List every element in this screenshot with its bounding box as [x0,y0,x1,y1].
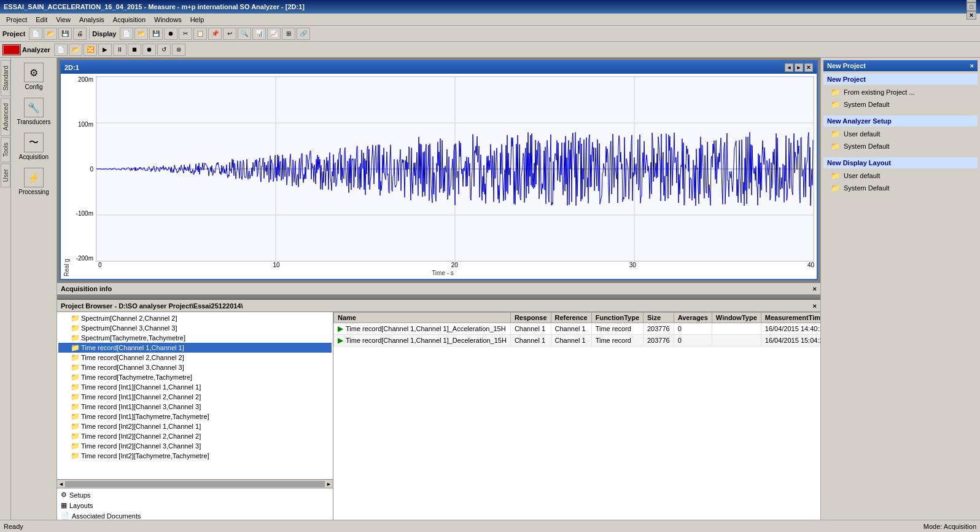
menu-edit[interactable]: Edit [32,15,51,25]
transducers-button[interactable]: 🔧 Transducers [12,95,55,128]
new-project-close[interactable]: × [970,62,974,69]
tree-item-0[interactable]: 📁Spectrum[Channel 2,Channel 2] [58,313,332,323]
sidebar-tab-tools[interactable]: Tools [1,137,10,162]
folder-icon-4: 📁 [831,142,840,151]
tree-item-12[interactable]: 📁Time record [Int2][Channel 2,Channel 2] [58,431,332,441]
table-row-1[interactable]: ▶Time record[Channel 1,Channel 1]_Decele… [334,335,821,346]
col-measurementtime[interactable]: MeasurementTime [761,313,820,323]
ana-pause[interactable]: ⏸ [113,44,126,56]
folder-icon-tree-5: 📁 [71,363,80,372]
tree-item-9[interactable]: 📁Time record [Int1][Channel 3,Channel 3] [58,402,332,412]
tree-item-4[interactable]: 📁Time record[Channel 2,Channel 2] [58,353,332,362]
tree-item-13[interactable]: 📁Time record [Int2][Channel 3,Channel 3] [58,441,332,451]
analyzer-toolbar-label: Analyzer [22,46,50,53]
tree-item-14[interactable]: 📁Time record [Int2][Tachymetre,Tachymetr… [58,451,332,461]
disp-8[interactable]: ⊞ [282,28,295,40]
new-btn[interactable]: 📄 [29,28,42,40]
chart-xlabel: Time - s [71,268,814,276]
tree-item-11[interactable]: 📁Time record [Int2][Channel 1,Channel 1] [58,421,332,431]
system-default-2[interactable]: 📁 System Default [823,140,978,152]
chart-close-btn[interactable]: ✕ [804,63,813,72]
close-button[interactable]: ✕ [966,11,976,20]
tree-item-10[interactable]: 📁Time record [Int1][Tachymetre,Tachymetr… [58,412,332,421]
disp-7[interactable]: 📈 [267,28,281,40]
disp-rec[interactable]: ⏺ [164,28,177,40]
acq-close-btn[interactable]: × [813,285,817,292]
ana-3[interactable]: 🔀 [84,44,97,56]
disp-6[interactable]: 📊 [252,28,266,40]
disp-copy[interactable]: 📋 [193,28,207,40]
processing-button[interactable]: ⚡ Processing [12,165,55,198]
sidebar-tab-standard[interactable]: Standard [1,60,10,96]
table-row-0[interactable]: ▶Time record[Channel 1,Channel 1]_Accele… [334,323,821,335]
chart-next-btn[interactable]: ► [795,63,803,72]
pb-close-btn[interactable]: × [813,302,817,310]
col-size[interactable]: Size [644,313,674,323]
user-default-2[interactable]: 📁 User default [823,128,978,140]
disp-5[interactable]: 🔍 [238,28,251,40]
ana-open[interactable]: 📂 [69,44,82,56]
disp-undo[interactable]: ↩ [223,28,236,40]
system-default-3[interactable]: 📁 System Default [823,182,978,194]
disp-9[interactable]: 🔗 [297,28,310,40]
disp-paste[interactable]: 📌 [208,28,222,40]
chart-canvas-area[interactable] [96,76,814,262]
tree-item-7[interactable]: 📁Time record [Int1][Channel 1,Channel 1] [58,382,332,392]
user-default-3[interactable]: 📁 User default [823,170,978,182]
folder-icon-tree-13: 📁 [71,442,80,450]
tree-item-8[interactable]: 📁Time record [Int1][Channel 2,Channel 2] [58,392,332,402]
ana-new[interactable]: 📄 [54,44,68,56]
tree-item-2[interactable]: 📁Spectrum[Tachymetre,Tachymetre] [58,333,332,343]
title-controls: ─ □ ✕ [966,0,976,20]
acquisition-button[interactable]: 〜 Acquisition [12,130,55,163]
display-toolbar-label: Display [92,30,116,37]
hscroll-right[interactable]: ► [326,481,332,487]
open-btn[interactable]: 📂 [44,28,57,40]
menu-analysis[interactable]: Analysis [76,15,108,25]
save-btn[interactable]: 💾 [58,28,72,40]
folder-icon-2: 📁 [831,100,840,109]
cell-functiontype-0: Time record [591,323,643,335]
col-reference[interactable]: Reference [551,313,591,323]
setups-item[interactable]: ⚙ Setups [58,490,332,500]
print-btn[interactable]: 🖨 [73,28,87,40]
tree-label-2: Spectrum[Tachymetre,Tachymetre] [81,334,185,342]
ana-play[interactable]: ▶ [98,44,112,56]
col-functiontype[interactable]: FunctionType [591,313,643,323]
col-response[interactable]: Response [510,313,551,323]
menu-windows[interactable]: Windows [150,15,185,25]
acquisition-icon: 〜 [24,133,44,152]
chart-prev-btn[interactable]: ◄ [785,63,793,72]
menu-help[interactable]: Help [187,15,208,25]
menu-view[interactable]: View [52,15,74,25]
menu-project[interactable]: Project [2,15,31,25]
sidebar-tab-user[interactable]: User [1,163,10,187]
config-button[interactable]: ⚙ Config [12,60,55,93]
disp-open[interactable]: 📂 [134,28,148,40]
tree-item-1[interactable]: 📁Spectrum[Channel 3,Channel 3] [58,323,332,333]
folder-icon-tree-14: 📁 [71,452,80,460]
transducers-label: Transducers [17,119,50,125]
ana-refresh[interactable]: ↺ [157,44,171,56]
folder-icon-5: 📁 [831,171,840,180]
tree-item-3[interactable]: 📁Time record[Channel 1,Channel 1] [58,343,332,353]
system-default-1[interactable]: 📁 System Default [823,98,978,111]
layouts-item[interactable]: ▦ Layouts [58,500,332,510]
from-existing-project[interactable]: 📁 From existing Project ... [823,86,978,98]
tree-item-6[interactable]: 📁Time record[Tachymetre,Tachymetre] [58,372,332,382]
menu-acquisition[interactable]: Acquisition [109,15,149,25]
ana-9[interactable]: ⊛ [172,44,185,56]
tree-item-5[interactable]: 📁Time record[Channel 3,Channel 3] [58,362,332,372]
col-name[interactable]: Name [334,313,511,323]
restore-button[interactable]: □ [966,2,976,11]
disp-save[interactable]: 💾 [149,28,163,40]
ana-stop[interactable]: ⏹ [128,44,141,56]
hscroll-left[interactable]: ◄ [58,481,64,487]
sidebar-tab-advanced[interactable]: Advanced [1,98,10,136]
disp-cut[interactable]: ✂ [179,28,192,40]
col-windowtype[interactable]: WindowType [712,313,761,323]
ana-rec[interactable]: ⏺ [142,44,156,56]
disp-new[interactable]: 📄 [120,28,133,40]
col-averages[interactable]: Averages [674,313,712,323]
pb-tree-hscroll[interactable]: ◄ ► [57,479,333,488]
